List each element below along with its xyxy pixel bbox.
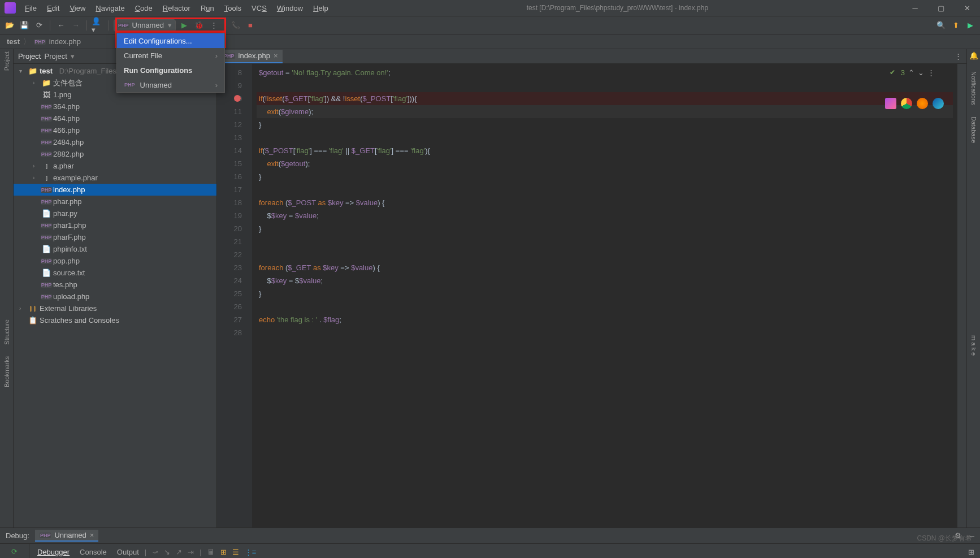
save-icon[interactable]: 💾: [18, 19, 31, 32]
tree-scratches[interactable]: 📋Scratches and Consoles: [14, 314, 216, 326]
tab-debugger[interactable]: Debugger: [37, 548, 70, 556]
tree-item[interactable]: PHP464.php: [14, 113, 216, 124]
menu-view[interactable]: View: [65, 2, 90, 15]
run-icon[interactable]: ▶: [178, 19, 190, 32]
project-tree[interactable]: ▾📁 test D:\Program_Files\ ›📁文件包含🖼1.pngPH…: [14, 64, 216, 527]
debug-icon[interactable]: 🐞: [193, 19, 205, 32]
tree-icon[interactable]: ⋮≡: [245, 548, 257, 556]
firefox-icon[interactable]: [917, 98, 928, 109]
watch-icon[interactable]: ⊞: [220, 548, 227, 556]
close-button[interactable]: ✕: [954, 0, 980, 16]
edge-icon[interactable]: [933, 98, 944, 109]
tree-item[interactable]: PHPphar1.php: [14, 219, 216, 231]
forward-icon[interactable]: →: [70, 19, 82, 32]
tree-item[interactable]: PHPpharF.php: [14, 231, 216, 243]
list-icon[interactable]: ☰: [232, 548, 239, 556]
tab-index-php[interactable]: PHP index.php ×: [219, 50, 283, 63]
menu-window[interactable]: Window: [272, 2, 307, 15]
line-gutter[interactable]: 8910111213141516171819202122232425262728: [217, 64, 252, 527]
debug-header: Debug: PHP Unnamed × ⚙ —: [0, 528, 980, 544]
file-icon: 🖼: [42, 91, 51, 99]
menu-help[interactable]: Help: [309, 2, 333, 15]
ide-update-icon[interactable]: ⬆: [949, 19, 962, 32]
menu-navigate[interactable]: Navigate: [91, 2, 129, 15]
side-bookmarks[interactable]: Bookmarks: [3, 356, 10, 387]
tree-item[interactable]: PHP364.php: [14, 101, 216, 113]
left-tool-strip: Project Structure Bookmarks: [0, 49, 14, 527]
tree-item[interactable]: ›⫿a.phar: [14, 160, 216, 172]
step-out-icon[interactable]: ↗: [176, 548, 182, 556]
breadcrumb-root[interactable]: test: [7, 37, 20, 46]
tree-item[interactable]: ›⫿example.phar: [14, 172, 216, 184]
menu-tools[interactable]: Tools: [220, 2, 246, 15]
tree-item[interactable]: PHP2882.php: [14, 148, 216, 160]
tree-item[interactable]: 📄phpinfo.txt: [14, 243, 216, 255]
tab-output[interactable]: Output: [117, 548, 139, 556]
php-icon: PHP: [34, 39, 46, 45]
side-database[interactable]: Database: [970, 116, 977, 143]
jetbrains-icon[interactable]: ▶: [964, 19, 977, 32]
menu-file[interactable]: File: [20, 2, 41, 15]
evaluate-icon[interactable]: 🖩: [207, 548, 215, 556]
close-icon[interactable]: ×: [90, 531, 94, 539]
tree-item[interactable]: PHP466.php: [14, 124, 216, 136]
dd-edit-configurations[interactable]: Edit Configurations...: [117, 33, 224, 48]
debug-config-tab[interactable]: PHP Unnamed ×: [35, 530, 98, 542]
tree-item[interactable]: 📄phar.py: [14, 207, 216, 219]
side-structure[interactable]: Structure: [3, 319, 10, 345]
back-icon[interactable]: ←: [55, 19, 67, 32]
side-project[interactable]: Project: [3, 51, 10, 71]
tree-external-libs[interactable]: ›⫿⫿External Libraries: [14, 302, 216, 314]
tree-item[interactable]: PHPindex.php: [14, 184, 216, 196]
main-menu: File Edit View Navigate Code Refactor Ru…: [20, 2, 333, 15]
menu-edit[interactable]: Edit: [42, 2, 64, 15]
tree-item[interactable]: PHPphar.php: [14, 196, 216, 207]
bell-icon[interactable]: 🔔: [969, 51, 978, 60]
rerun-icon[interactable]: ⟳: [11, 547, 18, 556]
stop-icon[interactable]: ■: [244, 19, 257, 32]
dd-current-file[interactable]: Current File›: [117, 48, 224, 63]
dd-unnamed[interactable]: PHPUnnamed›: [117, 77, 224, 92]
more-run-icon[interactable]: ⋮: [207, 19, 220, 32]
minimize-button[interactable]: ─: [902, 0, 928, 16]
menu-code[interactable]: Code: [131, 2, 157, 15]
code-editor[interactable]: 8910111213141516171819202122232425262728…: [217, 64, 966, 527]
file-icon: PHP: [42, 257, 51, 265]
side-notifications[interactable]: Notifications: [970, 71, 977, 105]
scrollbar-track[interactable]: [957, 64, 966, 527]
code-content[interactable]: $getout = 'No! flag.Try again. Come on!'…: [252, 64, 957, 527]
maximize-button[interactable]: ▢: [928, 0, 954, 16]
step-into-icon[interactable]: ↘: [164, 548, 170, 556]
side-make[interactable]: m a k e: [970, 335, 977, 356]
search-icon[interactable]: 🔍: [935, 19, 947, 32]
run-config-selector[interactable]: PHP Unnamed ▾: [114, 19, 176, 32]
open-icon[interactable]: 📂: [3, 19, 16, 32]
run-to-cursor-icon[interactable]: ⇥: [188, 548, 194, 556]
tree-item[interactable]: PHPupload.php: [14, 291, 216, 302]
library-icon: ⫿⫿: [28, 305, 37, 313]
sync-icon[interactable]: ⟳: [33, 19, 45, 32]
tab-console[interactable]: Console: [80, 548, 107, 556]
phpstorm-browser-icon[interactable]: [885, 98, 896, 109]
project-title: Project: [18, 52, 41, 60]
tree-item[interactable]: PHP2484.php: [14, 136, 216, 148]
menu-refactor[interactable]: Refactor: [158, 2, 195, 15]
file-icon: PHP: [42, 293, 51, 301]
inspection-widget[interactable]: ✔ 3 ⌃ ⌄ ⋮: [890, 66, 935, 79]
tree-item[interactable]: PHPpop.php: [14, 255, 216, 267]
menu-run[interactable]: Run: [196, 2, 219, 15]
menu-vcs[interactable]: VCS: [247, 2, 271, 15]
step-over-icon[interactable]: ⤻: [152, 548, 158, 556]
file-icon: ⫿: [42, 162, 51, 170]
file-icon: PHP: [42, 127, 51, 135]
user-icon[interactable]: 👤▾: [92, 19, 104, 32]
chrome-icon[interactable]: [901, 98, 912, 109]
tab-more-icon[interactable]: ⋮: [955, 52, 962, 60]
close-tab-icon[interactable]: ×: [274, 51, 278, 60]
toolbar: 📂 💾 ⟳ ← → 👤▾ PHP Unnamed ▾ ▶ 🐞 ⋮ 📞 ■ 🔍 ⬆…: [0, 16, 980, 34]
tree-item[interactable]: 📄source.txt: [14, 267, 216, 279]
listen-debug-icon[interactable]: 📞: [229, 19, 242, 32]
tree-item[interactable]: PHPtes.php: [14, 279, 216, 291]
breadcrumb-file[interactable]: index.php: [49, 37, 81, 46]
layout-icon[interactable]: ⊞: [968, 548, 974, 556]
